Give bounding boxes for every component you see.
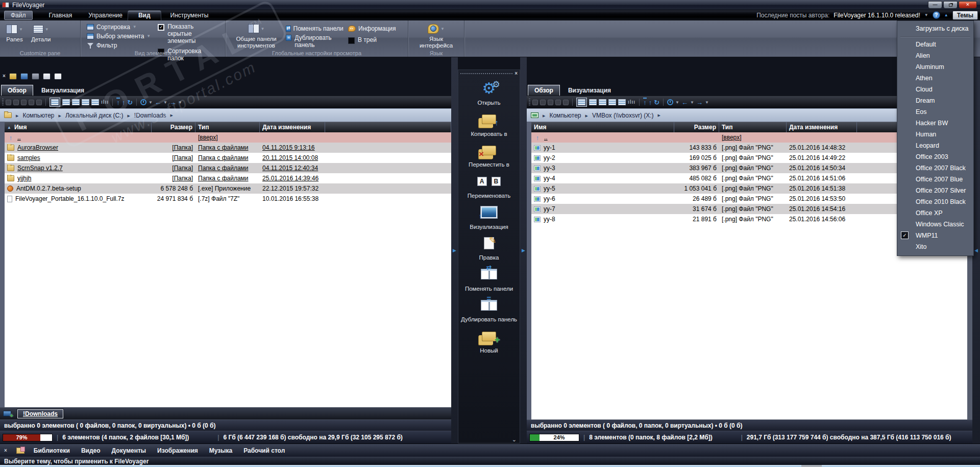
archive-tool-icon[interactable] <box>9 73 17 80</box>
toolbar-grip[interactable] <box>2 99 4 106</box>
view-small-icons-icon[interactable] <box>72 99 80 105</box>
close-icon[interactable]: × <box>4 448 7 453</box>
favorites-item[interactable]: Музыка <box>209 447 232 454</box>
theme-menu-item[interactable]: Default <box>897 39 973 50</box>
action-toolbar-item[interactable]: Новый <box>458 325 520 355</box>
refresh-icon[interactable]: ↻ <box>127 99 133 106</box>
action-toolbar-item[interactable]: Копировать в <box>458 109 520 138</box>
action-toolbar-item[interactable]: Дублировать панель <box>458 294 520 324</box>
theme-menu-item[interactable]: Office 2003 <box>897 151 973 162</box>
chevron-down-icon[interactable]: ▼ <box>163 100 167 105</box>
theme-menu-item[interactable]: Cloud <box>897 84 973 95</box>
sort-button[interactable]: Сортировка▼ <box>87 22 151 31</box>
close-icon[interactable]: × <box>3 74 6 79</box>
favorites-item[interactable]: Видео <box>81 447 101 454</box>
table-row[interactable]: FileVoyager_Portable_16.1.10.0_Full.7z 2… <box>5 194 451 204</box>
table-row[interactable]: .. [вверх] <box>5 132 451 143</box>
collapse-arrow-icon[interactable]: ▶ <box>522 248 525 253</box>
chevron-down-icon[interactable]: ▼ <box>178 100 182 105</box>
breadcrumb-item[interactable]: Локальный диск (C:) <box>55 112 124 119</box>
table-row[interactable]: AntDM.0.2.7.beta-setup 6 578 248 б [.exe… <box>5 183 451 194</box>
scroll-top-icon[interactable]: ↑ <box>643 99 647 106</box>
close-icon[interactable]: × <box>514 71 518 76</box>
view-details-button[interactable] <box>576 98 587 107</box>
information-button[interactable]: ••Информация <box>348 24 396 33</box>
breadcrumb-item[interactable]: !Downloads <box>123 112 166 119</box>
theme-menu-item[interactable]: Human <box>897 129 973 140</box>
column-header-date[interactable]: Дата изменения <box>260 122 325 132</box>
splitter-left[interactable]: ▶ <box>451 57 458 443</box>
view-table-icon[interactable] <box>82 99 89 105</box>
theme-menu-item[interactable]: Office 2007 Silver <box>897 185 973 196</box>
tab-visualization[interactable]: Визуализация <box>35 85 90 96</box>
filter-button[interactable]: Фильтр <box>87 41 151 50</box>
chevron-down-icon[interactable]: ▼ <box>924 13 928 17</box>
slideshow-icon[interactable] <box>32 73 39 80</box>
history-icon[interactable] <box>667 99 673 105</box>
theme-menu-item[interactable]: Office 2007 Blue <box>897 174 973 185</box>
theme-menu-item[interactable]: Leopard <box>897 140 973 151</box>
theme-menu-item[interactable]: Office XP <box>897 207 973 219</box>
action-toolbar-item[interactable]: Переименовать <box>458 171 520 200</box>
view-small-icons-icon[interactable] <box>599 99 606 105</box>
more-items-icon[interactable]: ⌄ <box>512 436 517 443</box>
chevron-down-icon[interactable]: ▼ <box>705 100 709 105</box>
theme-menu-item[interactable]: Aluminum <box>897 61 973 73</box>
chart-view-icon[interactable]: ılıı <box>101 100 109 105</box>
forward-icon[interactable]: → <box>169 99 176 106</box>
theme-load-from-disk[interactable]: Загрузить с диска <box>897 22 973 35</box>
scroll-top-icon[interactable]: ↑ <box>116 99 120 106</box>
duplicate-panel-button[interactable]: =Дублировать панель <box>286 35 340 49</box>
splitter-middle[interactable]: ▶ <box>520 57 527 443</box>
tab-visualization[interactable]: Визуализация <box>562 85 617 96</box>
favorites-item[interactable]: Рабочий стол <box>243 447 285 454</box>
theme-menu-item[interactable]: WMP11 <box>897 230 973 241</box>
collapse-arrow-icon[interactable]: ◀ <box>974 248 978 253</box>
table-row[interactable]: samples [Папка] Папка с файлами 20.11.20… <box>5 153 451 163</box>
go-up-icon[interactable]: ↑ <box>122 99 126 106</box>
tab-file[interactable]: Файл <box>4 11 33 20</box>
theme-menu-item[interactable]: Windows Classic <box>897 219 973 230</box>
mail-icon[interactable] <box>43 73 51 80</box>
panes-button[interactable]: ▼ Panes <box>6 23 23 43</box>
tab-view[interactable]: Вид <box>128 10 161 20</box>
tab-overview[interactable]: Обзор <box>1 85 33 96</box>
view-tiles-icon[interactable] <box>91 99 99 105</box>
column-header-size[interactable]: Размер <box>674 122 719 132</box>
shared-toolbars-button[interactable]: ▼ Общие панели инструментов <box>235 22 278 49</box>
theme-menu-item[interactable]: Office 2007 Black <box>897 162 973 174</box>
breadcrumb-item[interactable]: VMBox (\\vboxsvr) (X:) <box>581 112 654 119</box>
document-icon[interactable] <box>54 73 62 80</box>
action-toolbar-item[interactable]: Открыть <box>458 78 520 107</box>
column-header-date[interactable]: Дата изменения <box>787 122 857 132</box>
theme-menu-item[interactable]: Hacker BW <box>897 118 973 129</box>
drag-handle[interactable] <box>460 73 512 74</box>
breadcrumb-item[interactable]: Компьютер <box>12 112 55 119</box>
action-toolbar-item[interactable]: Визуализация <box>458 202 520 231</box>
theme-menu-item[interactable]: Athen <box>897 73 973 84</box>
view-table-icon[interactable] <box>608 99 616 105</box>
favorites-item[interactable]: Документы <box>112 447 146 454</box>
chevron-down-icon[interactable]: ▼ <box>690 100 694 105</box>
action-toolbar-item[interactable]: Переместить в <box>458 139 520 169</box>
theme-menu-item[interactable]: Eos <box>897 106 973 118</box>
themes-button[interactable]: Темы <box>952 11 978 20</box>
table-row[interactable]: AuroraBrowser [Папка] Папка с файлами 04… <box>5 143 451 153</box>
theme-menu-item[interactable]: Xito <box>897 241 973 252</box>
column-header-size[interactable]: Размер <box>152 122 195 132</box>
minimize-button[interactable]: — <box>928 1 942 9</box>
tab-manage[interactable]: Управление <box>83 11 128 20</box>
tab-tools[interactable]: Инструменты <box>165 11 214 20</box>
chart-view-icon[interactable]: ılıı <box>628 100 635 105</box>
chevron-down-icon[interactable]: ▼ <box>675 100 679 105</box>
restore-button[interactable] <box>943 1 958 9</box>
table-row[interactable]: yjjhjh [Папка] Папка с файлами 25.01.201… <box>5 173 451 183</box>
back-icon[interactable]: ← <box>681 99 688 106</box>
view-list-icon[interactable] <box>589 99 597 105</box>
theme-menu-item[interactable]: Office 2010 Black <box>897 196 973 207</box>
column-header-name[interactable]: ▲Имя <box>5 122 152 132</box>
back-icon[interactable]: ← <box>155 99 161 106</box>
show-hidden-checkbox[interactable]: Показать скрытые элементы <box>158 24 218 44</box>
close-button[interactable]: ✕ <box>959 1 977 9</box>
table-row[interactable]: ScrnSnap v1.2.7 [Папка] Папка с файлами … <box>5 163 451 173</box>
